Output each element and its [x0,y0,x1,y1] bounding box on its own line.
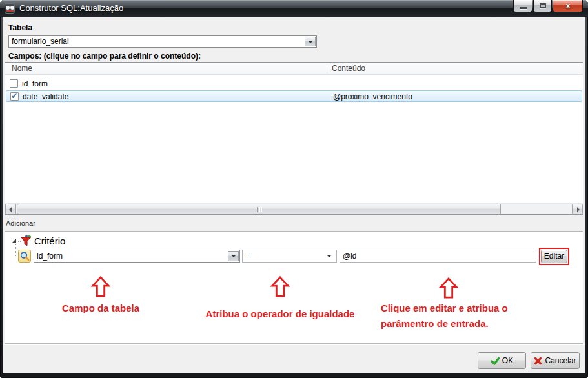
table-row-date-validate[interactable]: ✓ date_validate @proximo_vencimento [6,90,582,102]
tree-line [15,244,16,255]
criterio-operator-combobox[interactable]: = [242,250,337,263]
annotation-editar-line2: parâmentro de entrada. [381,318,489,329]
tabela-combobox[interactable]: formulario_serial [8,35,317,48]
filter-funnel-icon [20,235,32,246]
magnifier-icon [19,250,30,262]
column-divider[interactable] [327,64,327,73]
tabela-combobox-value: formulario_serial [12,36,303,47]
annotation-operador-igualdade: Atribua o operador de igualdade [170,308,390,319]
up-arrow-icon [91,276,110,298]
campos-label: Campos: (clique no campo para definir o … [8,52,201,61]
app-icon [5,3,15,14]
footer-separator [3,344,585,345]
maximize-icon [540,3,546,8]
close-icon: x [564,2,572,10]
dialog-client-area: Tabela formulario_serial Campos: (clique… [3,17,585,373]
row-name: id_form [22,79,48,88]
editar-button[interactable]: Editar [541,250,567,263]
lookup-button[interactable] [18,250,31,263]
horizontal-scrollbar[interactable] [5,203,583,214]
criterio-label: Critério [34,235,65,246]
row-name: date_validate [23,92,68,101]
scrollbar-grip-icon [259,207,259,212]
scroll-right-button[interactable] [572,204,583,214]
cross-icon [534,357,542,365]
check-icon [491,357,500,365]
checkbox-unchecked-icon[interactable] [10,79,18,88]
minimize-icon [520,7,527,9]
maximize-button[interactable] [533,0,552,12]
titlebar[interactable]: Construtor SQL:Atualização x [0,0,588,17]
table-row-id-form[interactable]: id_form [6,78,582,90]
cancelar-button[interactable]: Cancelar [531,352,580,369]
arrow-right-icon [577,207,580,212]
up-arrow-icon [439,277,458,299]
ok-button[interactable]: OK [478,352,526,369]
arrow-left-icon [9,207,12,212]
annotation-campo-da-tabela: Campo da tabela [36,303,165,313]
campos-table-header: Nome Conteúdo [5,63,583,75]
annotation-editar-line1: Clique em editar e atribua o [381,303,508,313]
criterio-field-combobox[interactable]: id_form [34,250,240,263]
adicionar-label[interactable]: Adicionar [6,219,35,227]
tree-expander-icon[interactable] [12,239,16,243]
chevron-down-icon [231,255,236,257]
scrollbar-thumb[interactable] [17,204,501,214]
screenshot-stage: Construtor SQL:Atualização x Tabela form… [0,0,588,378]
criterio-operator-value: = [246,250,325,262]
criterio-value-input[interactable] [340,250,536,263]
column-header-conteudo[interactable]: Conteúdo [332,64,365,73]
campos-table: Nome Conteúdo id_form ✓ date_validate @p… [5,62,583,215]
tabela-combobox-dropdown-button[interactable] [305,37,316,46]
minimize-button[interactable] [513,0,532,12]
checkbox-checked-icon[interactable]: ✓ [10,92,19,101]
ok-button-label: OK [502,356,513,365]
criterio-field-dropdown-button[interactable] [228,251,239,261]
tabela-label: Tabela [8,23,32,32]
chevron-down-icon [308,41,313,43]
check-mark-icon: ✓ [11,91,18,101]
row-content: @proximo_vencimento [333,92,412,101]
window-controls: x [512,0,583,12]
window-title: Construtor SQL:Atualização [19,0,123,17]
column-header-nome[interactable]: Nome [12,64,32,73]
dialog-window: Construtor SQL:Atualização x Tabela form… [0,0,588,378]
criterio-field-value: id_form [37,250,227,262]
cancelar-button-label: Cancelar [545,356,576,365]
scroll-left-button[interactable] [5,204,16,214]
up-arrow-icon [270,276,290,298]
chevron-down-icon [327,255,332,257]
close-button[interactable]: x [553,0,583,12]
editar-highlight-box: Editar [539,248,569,265]
